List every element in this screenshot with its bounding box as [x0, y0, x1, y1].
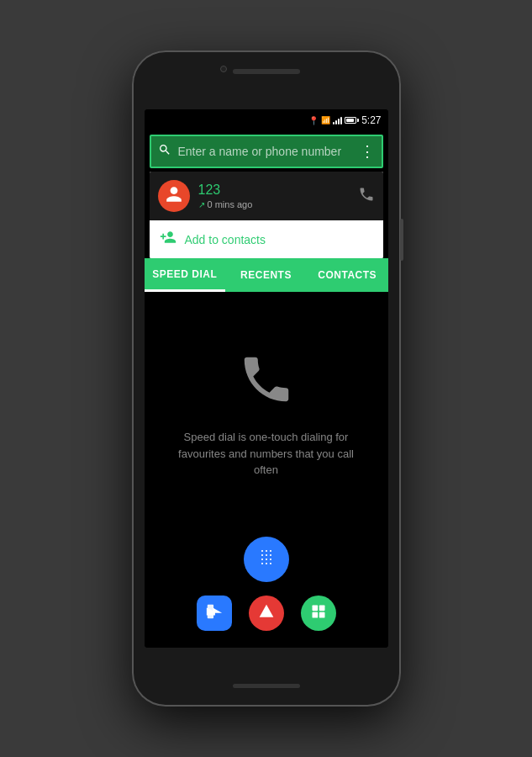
add-contact-icon	[160, 229, 176, 250]
tab-contacts[interactable]: CONTACTS	[307, 258, 388, 292]
dialer-button[interactable]	[244, 537, 289, 582]
search-icon	[158, 143, 171, 160]
status-bar: 📍 📶 5:27	[145, 109, 388, 131]
tab-recents-label: RECENTS	[240, 269, 292, 281]
app-icon-3-symbol	[310, 603, 327, 624]
call-time-label: 0 mins ago	[208, 199, 253, 209]
add-contact-label: Add to contacts	[185, 233, 266, 246]
add-contact-row[interactable]: Add to contacts	[150, 220, 383, 258]
tab-bar: SPEED DIAL RECENTS CONTACTS	[145, 258, 388, 292]
svg-rect-3	[312, 611, 318, 617]
result-item[interactable]: 123 ↗ 0 mins ago	[150, 172, 383, 220]
signal-icon	[333, 116, 342, 124]
tab-speed-dial-label: SPEED DIAL	[152, 268, 217, 280]
app-icons-row	[197, 596, 336, 631]
status-icons: 📍 📶 5:27	[308, 114, 381, 126]
svg-rect-2	[319, 605, 324, 611]
app-icon-1-symbol	[205, 602, 224, 625]
wifi-warning-icon: 📶	[321, 116, 330, 124]
location-icon: 📍	[308, 116, 319, 125]
dialpad-icon	[256, 547, 277, 572]
contact-avatar	[158, 180, 190, 212]
tab-contacts-label: CONTACTS	[318, 269, 377, 281]
dialer-section	[145, 537, 388, 648]
side-button	[400, 219, 403, 261]
app-icon-2[interactable]	[249, 596, 284, 631]
person-icon	[165, 185, 183, 208]
camera	[220, 66, 227, 72]
result-time: ↗ 0 mins ago	[198, 199, 350, 209]
speed-dial-description: Speed dial is one-touch dialing for favo…	[174, 429, 359, 479]
phone-large-icon	[237, 350, 296, 412]
call-button[interactable]	[358, 186, 375, 207]
tab-speed-dial[interactable]: SPEED DIAL	[145, 258, 226, 292]
result-number: 123	[198, 183, 350, 198]
search-placeholder: Enter a name or phone number	[178, 145, 353, 158]
svg-rect-4	[319, 611, 324, 617]
phone-device: 📍 📶 5:27 Enter a na	[132, 50, 401, 707]
svg-rect-1	[312, 605, 318, 611]
speaker	[233, 69, 300, 74]
outgoing-arrow-icon: ↗	[198, 200, 205, 209]
search-result-dropdown: 123 ↗ 0 mins ago	[150, 172, 383, 258]
tab-recents[interactable]: RECENTS	[225, 258, 307, 292]
home-bar	[233, 684, 300, 688]
app-icon-1[interactable]	[197, 596, 232, 631]
status-time: 5:27	[361, 114, 381, 126]
app-icon-2-symbol	[258, 603, 275, 624]
phone-screen: 📍 📶 5:27 Enter a na	[145, 109, 388, 648]
app-icon-3[interactable]	[301, 596, 336, 631]
battery-icon	[345, 117, 356, 124]
svg-rect-0	[207, 604, 213, 618]
main-content: Speed dial is one-touch dialing for favo…	[145, 292, 388, 537]
result-info: 123 ↗ 0 mins ago	[198, 183, 350, 209]
more-options-button[interactable]: ⋮	[360, 142, 375, 161]
search-bar[interactable]: Enter a name or phone number ⋮	[150, 135, 383, 168]
